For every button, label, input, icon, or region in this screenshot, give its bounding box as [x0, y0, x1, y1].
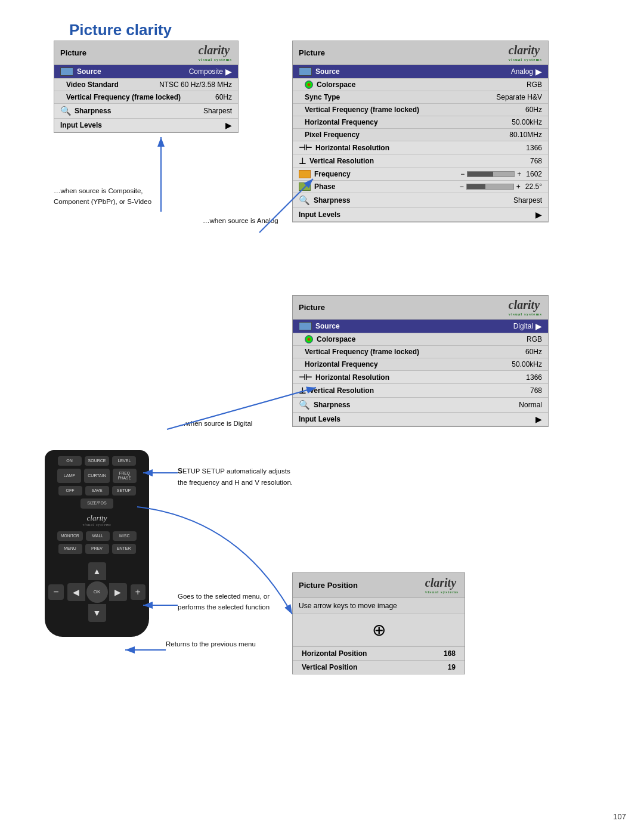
btn-source[interactable]: SOURCE — [85, 456, 110, 466]
btn-nav-ok[interactable]: OK — [86, 581, 108, 603]
annotation-digital: …when source is Digital — [179, 417, 268, 428]
remote-row-3: OFF SAVE SETUP — [58, 486, 136, 496]
sharpness-icon-analog: 🔍 — [299, 195, 310, 206]
position-use-arrow-text: Use arrow keys to move image — [293, 598, 465, 614]
btn-minus[interactable]: − — [48, 584, 63, 600]
analog-synctype-row: Sync Type Separate H&V — [293, 91, 548, 104]
btn-level[interactable]: LEVEL — [112, 456, 136, 466]
btn-misc[interactable]: MISC — [113, 531, 137, 541]
annotation-analog: …when source is Analog — [203, 215, 283, 225]
composite-source-row: Source Composite ▶ — [54, 65, 238, 79]
analog-phase-row: Phase − + 22.5° — [293, 181, 548, 193]
remote-row-sizepos: SIZE/POS — [80, 498, 113, 508]
nav-cluster: ▲ ▼ ◀ ▶ OK — [67, 562, 127, 622]
btn-curtain[interactable]: CURTAIN — [84, 469, 109, 483]
analog-panel-header: Picture clarity visual systems — [293, 41, 548, 65]
analog-vertres-row: ⊥ Vertical Resolution 768 — [293, 154, 548, 168]
source-icon-digital — [299, 322, 312, 330]
analog-frequency-row: Frequency − + 1602 — [293, 168, 548, 181]
composite-inputlevels-row: Input Levels ▶ — [54, 119, 238, 132]
clarity-logo-analog: clarity visual systems — [509, 44, 542, 62]
digital-colorspace-row: Colorspace RGB — [293, 333, 548, 346]
btn-enter[interactable]: ENTER — [112, 544, 136, 553]
sharpness-icon-digital: 🔍 — [299, 400, 310, 410]
analog-vertfreq-row: Vertical Frequency (frame locked) 60Hz — [293, 104, 548, 116]
remote-row-monitor: MONITOR WALL MISC — [57, 531, 137, 541]
analog-source-row: Source Analog ▶ — [293, 65, 548, 79]
btn-menu[interactable]: MENU — [58, 544, 82, 553]
analog-colorspace-row: Colorspace RGB — [293, 79, 548, 91]
page-title: Picture clarity — [69, 21, 172, 39]
frequency-slider[interactable] — [467, 171, 515, 177]
composite-sharpness-row: 🔍 Sharpness Sharpest — [54, 104, 238, 119]
btn-save[interactable]: SAVE — [85, 486, 109, 496]
btn-off[interactable]: OFF — [58, 486, 82, 496]
digital-sharpness-row: 🔍 Sharpness Normal — [293, 398, 548, 413]
digital-inputlevels-row: Input Levels ▶ — [293, 413, 548, 426]
digital-vertfreq-row: Vertical Frequency (frame locked) 60Hz — [293, 346, 548, 358]
btn-monitor[interactable]: MONITOR — [57, 531, 83, 541]
analog-horzfreq-row: Horizontal Frequency 50.00kHz — [293, 116, 548, 129]
composite-vertfreq-row: Vertical Frequency (frame locked) 60Hz — [54, 91, 238, 104]
position-vertical-row: Vertical Position 19 — [293, 660, 465, 674]
composite-panel-header: Picture clarity visual systems — [54, 41, 238, 65]
annotation-setup: SETUP SETUP automatically adjusts the fr… — [178, 465, 297, 487]
remote-row-2: LAMP CURTAIN FREQPHASE — [57, 469, 136, 483]
digital-source-row: Source Digital ▶ — [293, 320, 548, 333]
clarity-logo-digital: clarity visual systems — [509, 298, 542, 317]
freq-icon-analog — [299, 170, 311, 178]
clarity-logo-composite: clarity visual systems — [199, 44, 232, 62]
color-icon-digital — [305, 335, 313, 343]
digital-horzres-row: ⊣⊢ Horizontal Resolution 1366 — [293, 371, 548, 384]
move-icon: ⊕ — [293, 614, 465, 646]
sharpness-icon-composite: 🔍 — [60, 106, 71, 116]
digital-panel: Picture clarity visual systems Source Di… — [292, 295, 549, 427]
btn-wall[interactable]: WALL — [86, 531, 110, 541]
btn-prev[interactable]: PREV — [85, 544, 109, 553]
position-panel-header: Picture Position clarity visual systems — [293, 573, 465, 598]
analog-inputlevels-row: Input Levels ▶ — [293, 208, 548, 222]
btn-setup[interactable]: SETUP — [112, 486, 136, 496]
vert-icon-digital: ⊥ — [299, 386, 306, 395]
clarity-logo-position: clarity visual systems — [425, 576, 459, 594]
vert-icon-analog: ⊥ — [299, 156, 306, 166]
btn-nav-right[interactable]: ▶ — [109, 583, 127, 601]
digital-vertres-row: ⊥ Vertical Resolution 768 — [293, 384, 548, 398]
analog-sharpness-row: 🔍 Sharpness Sharpest — [293, 193, 548, 208]
source-icon-composite — [60, 67, 73, 76]
btn-sizepos[interactable]: SIZE/POS — [80, 498, 113, 508]
annotation-back: Returns to the previous menu — [166, 638, 282, 649]
remote-clarity-logo: clarity visual systems — [82, 513, 111, 527]
color-icon-analog — [305, 80, 313, 89]
phase-slider[interactable] — [466, 184, 514, 190]
btn-nav-down[interactable]: ▼ — [88, 604, 106, 622]
digital-horzfreq-row: Horizontal Frequency 50.00kHz — [293, 358, 548, 371]
analog-pixelfreq-row: Pixel Frequency 80.10MHz — [293, 129, 548, 141]
btn-lamp[interactable]: LAMP — [57, 469, 81, 483]
digital-panel-header: Picture clarity visual systems — [293, 296, 548, 320]
page-number: 107 — [613, 812, 626, 821]
composite-panel: Picture clarity visual systems Source Co… — [54, 41, 239, 133]
remote-control: ON SOURCE LEVEL LAMP CURTAIN FREQPHASE O… — [45, 450, 149, 637]
composite-videostandard-row: Video Standard NTSC 60 Hz/3.58 MHz — [54, 79, 238, 91]
annotation-composite: …when source is Composite, Component (YP… — [54, 185, 161, 206]
phase-icon-analog — [299, 182, 311, 191]
annotation-enter: Goes to the selected menu, or performs t… — [178, 590, 297, 612]
position-horizontal-row: Horizontal Position 168 — [293, 646, 465, 660]
horiz-icon-digital: ⊣⊢ — [299, 373, 312, 382]
horiz-icon-analog: ⊣⊢ — [299, 143, 312, 152]
btn-nav-up[interactable]: ▲ — [88, 562, 106, 580]
btn-freq-phase[interactable]: FREQPHASE — [113, 469, 137, 483]
remote-row-menu: MENU PREV ENTER — [58, 544, 136, 553]
position-panel: Picture Position clarity visual systems … — [292, 572, 465, 674]
analog-horzres-row: ⊣⊢ Horizontal Resolution 1366 — [293, 141, 548, 154]
source-icon-analog — [299, 67, 312, 76]
btn-on[interactable]: ON — [58, 456, 82, 466]
analog-panel: Picture clarity visual systems Source An… — [292, 41, 549, 222]
btn-plus[interactable]: + — [131, 584, 145, 600]
remote-row-1: ON SOURCE LEVEL — [58, 456, 137, 466]
btn-nav-left[interactable]: ◀ — [67, 583, 85, 601]
